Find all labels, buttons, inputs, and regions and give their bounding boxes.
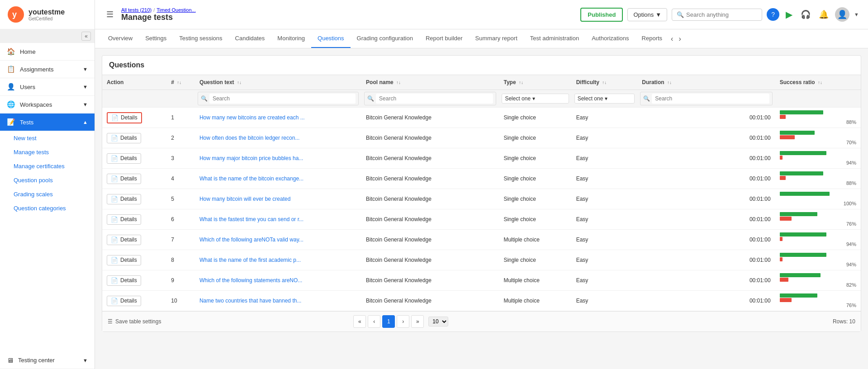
- col-type[interactable]: Type ↑↓: [499, 75, 571, 90]
- duration-filter-input[interactable]: [652, 94, 769, 104]
- logo-sub-text: GetCertified: [28, 16, 65, 21]
- details-button[interactable]: 📄 Details: [107, 296, 141, 306]
- col-duration[interactable]: Duration ↑↓: [637, 75, 775, 90]
- sidebar-item-tests[interactable]: 📝 Tests ▲: [0, 114, 95, 131]
- testing-center-icon: 🖥: [7, 356, 14, 364]
- testing-center-arrow-icon: ▼: [83, 358, 88, 363]
- details-button[interactable]: 📄 Details: [107, 235, 141, 245]
- tab-authorizations[interactable]: Authorizations: [585, 29, 635, 48]
- details-button[interactable]: 📄 Details: [107, 194, 141, 204]
- published-button[interactable]: Published: [580, 8, 623, 22]
- difficulty-filter-select[interactable]: Select one ▾: [574, 94, 635, 104]
- question-link[interactable]: Which of the following statements areNO.…: [199, 277, 302, 284]
- question-link[interactable]: Which of the following areNOTa valid way…: [199, 237, 304, 243]
- col-question-text[interactable]: Question text ↑↓: [195, 75, 361, 90]
- sidebar-item-testing-center[interactable]: 🖥 Testing center ▼: [0, 352, 95, 369]
- ratio-percentage-label: 88%: [780, 180, 856, 186]
- question-link[interactable]: Name two countries that have banned th..…: [199, 298, 301, 304]
- tab-monitoring[interactable]: Monitoring: [271, 29, 311, 48]
- tab-grading-config[interactable]: Grading configuration: [351, 29, 419, 48]
- menu-button[interactable]: ☰: [104, 7, 116, 22]
- tab-settings[interactable]: Settings: [139, 29, 173, 48]
- sidebar-subitem-new-test[interactable]: New test: [0, 131, 95, 145]
- question-link[interactable]: What is the name of the first academic p…: [199, 257, 301, 263]
- question-link[interactable]: How many new bitcoins are created each .…: [199, 114, 305, 121]
- tab-testing-sessions[interactable]: Testing sessions: [173, 29, 228, 48]
- cell-difficulty: Easy: [572, 148, 638, 169]
- sidebar-item-users[interactable]: 👤 Users ▼: [0, 78, 95, 96]
- pagination-page-1-button[interactable]: 1: [382, 315, 395, 328]
- details-doc-icon: 📄: [111, 298, 118, 304]
- question-link[interactable]: How many bitcoin will ever be created: [199, 196, 290, 202]
- question-filter-input[interactable]: [209, 94, 356, 104]
- cell-pool-name: Bitcoin General Knowledge: [361, 128, 499, 148]
- details-button[interactable]: 📄 Details: [107, 275, 141, 286]
- pool-filter-input[interactable]: [376, 94, 493, 104]
- pagination-last-button[interactable]: »: [411, 315, 424, 328]
- help-button[interactable]: ?: [767, 8, 779, 21]
- breadcrumb-all-tests[interactable]: All tests (210): [121, 7, 152, 13]
- tab-nav-right-button[interactable]: ›: [676, 33, 683, 45]
- table-row: 📄 Details3How many major bitcoin price b…: [102, 148, 861, 169]
- question-link[interactable]: How often does the bitcoin ledger recon.…: [199, 135, 299, 141]
- ratio-percentage-label: 82%: [780, 282, 856, 288]
- sidebar-collapse-button[interactable]: «: [81, 32, 91, 41]
- type-filter-label: Select one: [505, 95, 531, 102]
- filter-duration: 🔍: [637, 90, 775, 108]
- pagination-next-button[interactable]: ›: [397, 315, 409, 328]
- tab-test-admin[interactable]: Test administration: [524, 29, 585, 48]
- details-button[interactable]: 📄 Details: [107, 214, 141, 225]
- headset-button[interactable]: 🎧: [799, 8, 812, 21]
- tab-reports[interactable]: Reports: [636, 29, 669, 48]
- play-button[interactable]: ▶: [784, 7, 794, 22]
- details-button[interactable]: 📄 Details: [107, 174, 141, 184]
- question-link[interactable]: What is the fastest time you can send or…: [199, 216, 304, 222]
- details-button[interactable]: 📄 Details: [107, 153, 141, 164]
- sidebar-item-home[interactable]: 🏠 Home: [0, 43, 95, 61]
- pagination-prev-button[interactable]: ‹: [368, 315, 380, 328]
- tab-questions[interactable]: Questions: [311, 29, 351, 48]
- sidebar-item-label-assignments: Assignments: [20, 66, 53, 73]
- tab-overview[interactable]: Overview: [102, 29, 139, 48]
- question-link[interactable]: What is the name of the bitcoin exchange…: [199, 175, 304, 182]
- sidebar-subitem-grading-scales[interactable]: Grading scales: [0, 187, 95, 201]
- table-row: 📄 Details4What is the name of the bitcoi…: [102, 169, 861, 189]
- rows-per-page-select[interactable]: 10 25 50: [428, 317, 448, 326]
- avatar[interactable]: 👤: [835, 7, 849, 22]
- search-box: 🔍: [672, 9, 762, 21]
- details-button[interactable]: 📄 Details: [107, 112, 142, 123]
- search-input[interactable]: [686, 11, 757, 18]
- ratio-bar-container: [780, 293, 856, 302]
- sidebar-item-workspaces[interactable]: 🌐 Workspaces ▼: [0, 96, 95, 114]
- save-settings[interactable]: ☰ Save table settings: [108, 318, 161, 325]
- cell-success-ratio: 88%: [775, 108, 861, 128]
- question-link[interactable]: How many major bitcoin price bubbles ha.…: [199, 155, 303, 161]
- tab-candidates[interactable]: Candidates: [229, 29, 271, 48]
- details-doc-icon: 📄: [111, 196, 118, 203]
- questions-container: Questions Action # ↑↓ Question text ↑: [102, 55, 861, 332]
- content-area: Questions Action # ↑↓ Question text ↑: [95, 48, 868, 369]
- bell-button[interactable]: 🔔: [817, 8, 830, 21]
- avatar-caret-icon[interactable]: ▼: [854, 12, 859, 17]
- sidebar-subitem-manage-certificates[interactable]: Manage certificates: [0, 159, 95, 173]
- cell-difficulty: Easy: [572, 128, 638, 148]
- tab-nav-left-button[interactable]: ‹: [669, 33, 675, 45]
- details-button[interactable]: 📄 Details: [107, 255, 141, 265]
- col-success-ratio[interactable]: Success ratio ↑↓: [775, 75, 861, 90]
- col-difficulty[interactable]: Difficulty ↑↓: [572, 75, 638, 90]
- col-pool-name[interactable]: Pool name ↑↓: [361, 75, 499, 90]
- details-button[interactable]: 📄 Details: [107, 133, 141, 143]
- type-filter-select[interactable]: Select one ▾: [502, 94, 569, 104]
- sidebar-subitem-question-pools[interactable]: Question pools: [0, 173, 95, 187]
- sidebar-subitem-question-categories[interactable]: Question categories: [0, 201, 95, 215]
- options-button[interactable]: Options ▼: [627, 8, 667, 21]
- sidebar-item-assignments[interactable]: 📋 Assignments ▼: [0, 61, 95, 78]
- pagination-first-button[interactable]: «: [353, 315, 366, 328]
- col-num[interactable]: # ↑↓: [166, 75, 195, 90]
- breadcrumb-current[interactable]: Timed Question...: [157, 7, 195, 13]
- cell-num: 7: [166, 230, 195, 250]
- workspaces-icon: 🌐: [7, 100, 15, 109]
- sidebar-subitem-manage-tests[interactable]: Manage tests: [0, 145, 95, 159]
- tab-report-builder[interactable]: Report builder: [419, 29, 469, 48]
- tab-summary-report[interactable]: Summary report: [469, 29, 524, 48]
